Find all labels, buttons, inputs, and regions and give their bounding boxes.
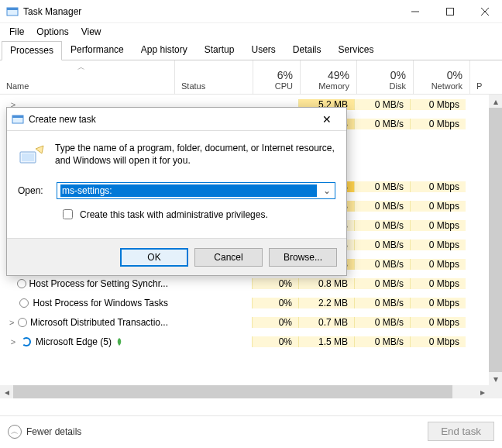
close-button[interactable]: [467, 0, 502, 22]
svg-rect-7: [12, 115, 23, 118]
memory-cell: 0.8 MB: [298, 278, 354, 289]
table-row[interactable]: Host Process for Windows Tasks0%2.2 MB0 …: [0, 293, 502, 312]
process-icon: [19, 297, 29, 309]
leaf-icon: [115, 337, 124, 346]
header-name[interactable]: Name: [0, 60, 174, 94]
open-combobox[interactable]: ms-settings: ⌄: [57, 182, 335, 199]
chevron-up-icon: ︿: [8, 425, 22, 439]
process-name: Microsoft Edge (5): [36, 336, 112, 347]
network-cell: 0 Mbps: [410, 99, 466, 110]
svg-rect-9: [22, 153, 34, 161]
tab-processes[interactable]: Processes: [2, 41, 62, 60]
svg-rect-3: [446, 8, 453, 15]
disk-cell: 0 MB/s: [354, 298, 410, 308]
menu-view[interactable]: View: [75, 25, 108, 39]
header-network[interactable]: 0%Network: [414, 60, 469, 94]
titlebar: Task Manager: [0, 0, 502, 23]
maximize-button[interactable]: [432, 0, 467, 22]
disk-cell: 0 MB/s: [354, 201, 410, 212]
cpu-cell: 0%: [252, 317, 298, 328]
fewer-details-toggle[interactable]: ︿ Fewer details: [8, 425, 81, 439]
disk-cell: 0 MB/s: [354, 119, 410, 129]
cancel-button[interactable]: Cancel: [194, 248, 263, 267]
dialog-app-icon: [12, 113, 24, 126]
column-headers: ︿ Name Status 6%CPU 49%Memory 0%Disk 0%N…: [0, 60, 502, 95]
network-cell: 0 Mbps: [410, 278, 466, 289]
network-cell: 0 Mbps: [410, 298, 466, 308]
sort-indicator-icon: ︿: [77, 62, 85, 73]
process-icon: [17, 277, 26, 290]
dialog-titlebar: Create new task ✕: [7, 108, 346, 131]
disk-cell: 0 MB/s: [354, 278, 410, 289]
process-name: Host Process for Windows Tasks: [33, 298, 169, 308]
browse-button[interactable]: Browse...: [269, 248, 337, 267]
dialog-close-button[interactable]: ✕: [312, 113, 342, 126]
tab-startup[interactable]: Startup: [196, 40, 243, 60]
cpu-cell: 0%: [252, 298, 298, 308]
app-icon: [6, 5, 19, 18]
cpu-cell: 0%: [252, 278, 298, 289]
process-name: Microsoft Distributed Transactio...: [30, 317, 168, 328]
tab-users[interactable]: Users: [242, 40, 284, 60]
hscroll-thumb[interactable]: [13, 385, 452, 398]
memory-cell: 1.5 MB: [298, 336, 354, 347]
scroll-down-arrow-icon[interactable]: ▾: [489, 372, 502, 385]
disk-cell: 0 MB/s: [354, 99, 410, 110]
disk-cell: 0 MB/s: [354, 259, 410, 270]
open-input[interactable]: [57, 182, 335, 199]
dialog-title: Create new task: [29, 114, 312, 125]
table-row[interactable]: >Microsoft Distributed Transactio...0%0.…: [0, 312, 502, 332]
scroll-thumb[interactable]: [489, 108, 502, 372]
disk-cell: 0 MB/s: [354, 220, 410, 231]
network-cell: 0 Mbps: [410, 259, 466, 270]
network-cell: 0 Mbps: [410, 119, 466, 129]
scroll-up-arrow-icon[interactable]: ▴: [489, 95, 502, 108]
window-title: Task Manager: [23, 6, 397, 17]
header-disk[interactable]: 0%Disk: [357, 60, 413, 94]
menu-file[interactable]: File: [3, 25, 30, 39]
tab-app-history[interactable]: App history: [132, 40, 196, 60]
tab-details[interactable]: Details: [284, 40, 330, 60]
tab-strip: Processes Performance App history Startu…: [0, 40, 502, 60]
process-icon: [20, 336, 33, 348]
admin-checkbox[interactable]: [63, 209, 73, 219]
vertical-scrollbar[interactable]: ▴ ▾: [489, 95, 502, 385]
minimize-button[interactable]: [397, 0, 432, 22]
process-icon: [17, 316, 27, 329]
network-cell: 0 Mbps: [410, 240, 466, 250]
menubar: File Options View: [0, 23, 502, 40]
memory-cell: 0.7 MB: [298, 317, 354, 328]
cpu-cell: 0%: [252, 336, 298, 347]
fewer-details-label: Fewer details: [26, 426, 81, 437]
disk-cell: 0 MB/s: [354, 336, 410, 347]
header-extra[interactable]: P: [470, 60, 483, 94]
header-status[interactable]: Status: [175, 60, 253, 94]
disk-cell: 0 MB/s: [354, 181, 410, 192]
dialog-button-row: OK Cancel Browse...: [7, 238, 346, 275]
expand-chevron-icon[interactable]: >: [6, 337, 20, 346]
svg-rect-1: [7, 8, 18, 10]
admin-checkbox-label: Create this task with administrative pri…: [80, 209, 268, 220]
end-task-button[interactable]: End task: [428, 422, 494, 441]
network-cell: 0 Mbps: [410, 181, 466, 192]
open-label: Open:: [18, 185, 50, 196]
table-row[interactable]: >Microsoft Edge (5)0%1.5 MB0 MB/s0 Mbps: [0, 332, 502, 351]
tab-services[interactable]: Services: [330, 40, 383, 60]
menu-options[interactable]: Options: [30, 25, 74, 39]
expand-chevron-icon[interactable]: >: [6, 318, 17, 327]
header-memory[interactable]: 49%Memory: [301, 60, 356, 94]
header-cpu[interactable]: 6%CPU: [253, 60, 300, 94]
footer-bar: ︿ Fewer details End task: [0, 415, 502, 446]
dialog-instruction: Type the name of a program, folder, docu…: [55, 142, 335, 170]
disk-cell: 0 MB/s: [354, 317, 410, 328]
scroll-left-arrow-icon[interactable]: ◂: [0, 385, 13, 398]
combobox-dropdown-icon[interactable]: ⌄: [321, 184, 333, 197]
scroll-right-arrow-icon[interactable]: ▸: [476, 385, 489, 398]
tab-performance[interactable]: Performance: [62, 40, 132, 60]
table-row[interactable]: Host Process for Setting Synchr...0%0.8 …: [0, 274, 502, 293]
ok-button[interactable]: OK: [120, 248, 188, 267]
horizontal-scrollbar[interactable]: ◂ ▸: [0, 385, 502, 398]
disk-cell: 0 MB/s: [354, 240, 410, 250]
network-cell: 0 Mbps: [410, 220, 466, 231]
memory-cell: 2.2 MB: [298, 298, 354, 308]
